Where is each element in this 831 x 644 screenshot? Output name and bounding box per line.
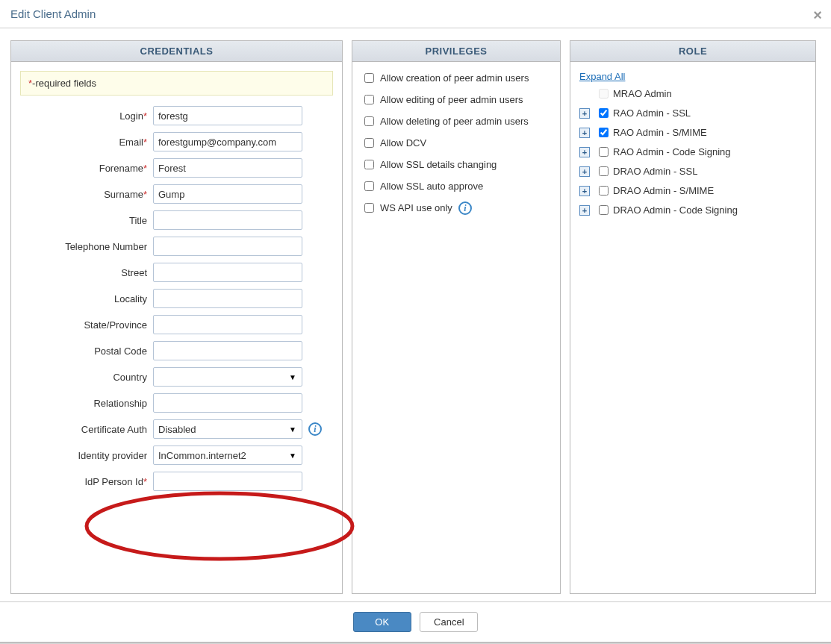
privilege-item: Allow SSL details changing <box>361 157 551 172</box>
credentials-panel: CREDENTIALS *-required fields Login* Ema… <box>10 40 343 594</box>
credentials-header: CREDENTIALS <box>11 41 342 62</box>
street-input[interactable] <box>153 263 302 282</box>
privilege-label: Allow deleting of peer admin users <box>380 116 529 127</box>
role-item: +RAO Admin - Code Signing <box>579 145 806 159</box>
title-label: Title <box>20 215 153 226</box>
title-input[interactable] <box>153 210 302 230</box>
country-row: Country ▼ <box>20 367 333 387</box>
forename-row: Forename* <box>20 158 333 178</box>
role-checkbox[interactable] <box>599 147 609 157</box>
privilege-item: Allow creation of peer admin users <box>361 71 551 85</box>
role-list: MRAO Admin+RAO Admin - SSL+RAO Admin - S… <box>579 87 806 217</box>
privilege-checkbox[interactable] <box>364 73 374 83</box>
role-checkbox <box>599 89 609 99</box>
state-label: State/Province <box>20 319 153 331</box>
cert-auth-label: Certificate Auth <box>20 424 153 435</box>
postal-input[interactable] <box>153 341 302 360</box>
privilege-item: Allow SSL auto approve <box>361 179 551 193</box>
postal-label: Postal Code <box>20 346 153 357</box>
role-label: MRAO Admin <box>613 88 672 99</box>
expand-icon[interactable]: + <box>579 205 590 216</box>
login-label: Login* <box>20 110 153 122</box>
forename-label: Forename* <box>20 163 153 174</box>
privilege-item: Allow DCV <box>361 136 551 150</box>
info-icon[interactable]: i <box>458 201 472 215</box>
privilege-checkbox[interactable] <box>364 116 374 126</box>
expand-all-link[interactable]: Expand All <box>579 71 625 82</box>
privilege-checkbox[interactable] <box>364 95 374 104</box>
dialog-title: Edit Client Admin <box>10 7 96 20</box>
telephone-row: Telephone Number <box>20 237 333 256</box>
role-checkbox[interactable] <box>599 166 609 176</box>
country-label: Country <box>20 372 153 383</box>
privileges-panel: PRIVILEGES Allow creation of peer admin … <box>352 40 561 594</box>
privilege-item: Allow editing of peer admin users <box>361 93 551 107</box>
relationship-input[interactable] <box>153 393 302 413</box>
login-input[interactable] <box>153 106 302 125</box>
state-row: State/Province <box>20 315 333 334</box>
role-label: DRAO Admin - S/MIME <box>613 185 714 196</box>
expand-icon[interactable]: + <box>579 166 590 177</box>
identity-provider-select[interactable]: InCommon.internet2 <box>153 446 302 465</box>
locality-row: Locality <box>20 289 333 308</box>
surname-row: Surname* <box>20 184 333 204</box>
email-input[interactable] <box>153 132 302 151</box>
locality-input[interactable] <box>153 289 302 308</box>
role-panel: ROLE Expand All MRAO Admin+RAO Admin - S… <box>570 40 816 594</box>
role-label: DRAO Admin - Code Signing <box>613 204 738 216</box>
privilege-checkbox[interactable] <box>364 160 374 169</box>
postal-row: Postal Code <box>20 341 333 360</box>
role-checkbox[interactable] <box>599 128 609 137</box>
privileges-body: Allow creation of peer admin usersAllow … <box>352 62 560 593</box>
cert-auth-select-wrap: Disabled ▼ <box>153 419 302 439</box>
role-checkbox[interactable] <box>599 205 609 215</box>
role-item: +RAO Admin - SSL <box>579 106 806 120</box>
privilege-checkbox[interactable] <box>364 138 374 148</box>
privilege-checkbox[interactable] <box>364 203 374 213</box>
required-text: -required fields <box>32 78 96 89</box>
role-label: RAO Admin - Code Signing <box>613 146 731 157</box>
surname-label: Surname* <box>20 189 153 200</box>
expand-icon[interactable]: + <box>579 128 590 138</box>
country-select-wrap: ▼ <box>153 367 302 387</box>
privilege-checkbox[interactable] <box>364 181 374 191</box>
telephone-label: Telephone Number <box>20 241 153 252</box>
cert-auth-select[interactable]: Disabled <box>153 419 302 439</box>
role-item: +DRAO Admin - Code Signing <box>579 203 806 217</box>
locality-label: Locality <box>20 293 153 304</box>
expand-icon[interactable]: + <box>579 147 590 157</box>
forename-input[interactable] <box>153 158 302 178</box>
privilege-label: Allow SSL details changing <box>380 159 497 170</box>
privilege-label: Allow SSL auto approve <box>380 181 483 192</box>
role-checkbox[interactable] <box>599 108 609 118</box>
cancel-button[interactable]: Cancel <box>420 612 478 632</box>
role-label: RAO Admin - S/MIME <box>613 127 707 138</box>
country-select[interactable] <box>153 367 302 387</box>
expand-icon[interactable]: + <box>579 108 590 119</box>
identity-provider-row: Identity provider InCommon.internet2 ▼ <box>20 446 333 465</box>
dialog-header: Edit Client Admin × <box>0 0 831 28</box>
privilege-item: WS API use onlyi <box>361 201 551 215</box>
ok-button[interactable]: OK <box>353 612 411 632</box>
idp-person-id-row: IdP Person Id* <box>20 472 333 491</box>
panels-container: CREDENTIALS *-required fields Login* Ema… <box>0 28 831 601</box>
close-icon[interactable]: × <box>813 7 822 22</box>
telephone-input[interactable] <box>153 237 302 256</box>
role-checkbox[interactable] <box>599 186 609 196</box>
edit-client-admin-dialog: Edit Client Admin × CREDENTIALS *-requir… <box>0 0 831 644</box>
info-icon[interactable]: i <box>308 422 322 436</box>
email-label: Email* <box>20 137 153 148</box>
surname-input[interactable] <box>153 184 302 204</box>
role-item: +DRAO Admin - SSL <box>579 164 806 178</box>
role-item: MRAO Admin <box>579 87 806 101</box>
role-item: +RAO Admin - S/MIME <box>579 125 806 140</box>
role-label: DRAO Admin - SSL <box>613 166 697 177</box>
expand-icon[interactable]: + <box>579 186 590 196</box>
state-input[interactable] <box>153 315 302 334</box>
idp-person-id-input[interactable] <box>153 472 302 491</box>
role-label: RAO Admin - SSL <box>613 107 691 119</box>
role-header: ROLE <box>570 41 815 62</box>
street-label: Street <box>20 267 153 278</box>
title-row: Title <box>20 210 333 230</box>
cert-auth-row: Certificate Auth Disabled ▼ i <box>20 419 333 439</box>
